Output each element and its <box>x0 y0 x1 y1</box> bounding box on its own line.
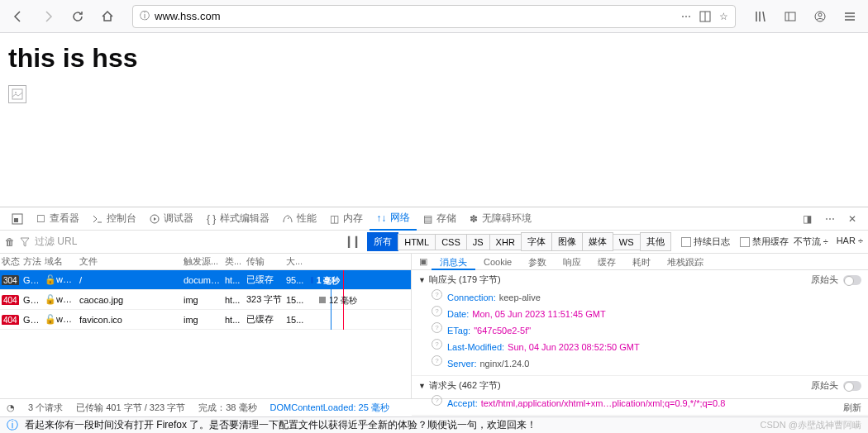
perf-icon[interactable]: ◔ <box>7 402 15 413</box>
tab-network[interactable]: ↑↓ 网络 <box>370 207 417 231</box>
details-tab-timings[interactable]: 耗时 <box>624 254 659 270</box>
header-row: ?Accept:text/html,application/xhtml+xm…p… <box>432 395 861 412</box>
svg-point-5 <box>15 92 17 93</box>
tab-inspector[interactable]: ☐ 查看器 <box>30 207 86 231</box>
footer-notification: ⓘ 看起来你有一段时间没有打开 Firefox 了。是否要清理一下配置文件以获得… <box>0 416 868 433</box>
url-bar[interactable]: ⓘ www.hss.com ⋯ ☆ <box>132 5 736 28</box>
header-row: ?Server:nginx/1.24.0 <box>432 355 861 372</box>
page-content: this is hss <box>0 33 868 202</box>
filter-ws[interactable]: WS <box>613 234 641 250</box>
request-list-header: 状态 方法 域名 文件 触发源... 类... 传输 大... 0 毫秒 | 8… <box>0 254 411 270</box>
persist-logs-checkbox[interactable]: 持续日志 <box>681 236 730 248</box>
har-select[interactable]: HAR ÷ <box>837 236 863 248</box>
details-tab-response[interactable]: 响应 <box>555 254 589 270</box>
tab-storage[interactable]: ▤ 存储 <box>417 207 463 231</box>
reader-icon[interactable] <box>699 11 711 22</box>
header-row: ?ETag:"647c50e2-5f" <box>432 322 861 339</box>
filter-xhr[interactable]: XHR <box>489 234 522 250</box>
details-tab-stack[interactable]: 堆栈跟踪 <box>659 254 712 270</box>
reload-button[interactable] <box>66 5 89 28</box>
request-row[interactable]: 404GET🔓ww...caocao.jpgimght...323 字节15..… <box>0 290 411 310</box>
request-row[interactable]: 404GET🔓ww...favicon.icoimght...已缓存15... <box>0 310 411 330</box>
clear-icon[interactable]: 🗑 <box>5 236 15 248</box>
filter-fonts[interactable]: 字体 <box>521 232 552 251</box>
watermark: CSDN @赤壁战神曹阿瞒 <box>761 419 861 431</box>
disable-cache-checkbox[interactable]: 禁用缓存 <box>740 236 789 248</box>
filter-media[interactable]: 媒体 <box>582 232 613 251</box>
tab-memory[interactable]: ◫ 内存 <box>323 207 370 231</box>
request-headers-section: ▼ 请求头 (462 字节) 原始头 ?Accept:text/html,app… <box>412 376 868 416</box>
filter-bar: 🗑 过滤 URL ▎▎ 所有 HTML CSS JS XHR 字体 图像 媒体 … <box>0 231 868 254</box>
page-heading: this is hss <box>8 43 860 74</box>
details-tab-headers[interactable]: 消息头 <box>432 254 475 270</box>
tab-style-editor[interactable]: { } 样式编辑器 <box>200 207 276 231</box>
details-tab-cookie[interactable]: Cookie <box>475 254 520 270</box>
svg-rect-7 <box>14 218 18 222</box>
filter-js[interactable]: JS <box>466 234 490 250</box>
request-list: 状态 方法 域名 文件 触发源... 类... 传输 大... 0 毫秒 | 8… <box>0 254 412 398</box>
header-row: ?Last-Modified:Sun, 04 Jun 2023 08:52:50… <box>432 339 861 355</box>
chevron-down-icon: ▼ <box>418 276 426 284</box>
info-icon: ⓘ <box>7 418 18 433</box>
footer-message: 看起来你有一段时间没有打开 Firefox 了。是否要清理一下配置文件以获得近乎… <box>25 418 537 432</box>
home-button[interactable] <box>96 5 119 28</box>
dock-side-icon[interactable]: ◨ <box>796 207 818 231</box>
devtools-close-icon[interactable]: ✕ <box>842 207 863 231</box>
library-icon[interactable] <box>749 5 772 28</box>
svg-rect-1 <box>785 12 795 21</box>
sidebar-icon[interactable] <box>779 5 802 28</box>
more-icon[interactable]: ⋯ <box>681 11 691 22</box>
menu-icon[interactable] <box>838 5 861 28</box>
throttle-select[interactable]: 不节流 ÷ <box>794 236 828 248</box>
iframe-picker-icon[interactable] <box>5 207 30 231</box>
raw-toggle[interactable] <box>843 275 861 285</box>
broken-image-icon <box>8 85 26 103</box>
devtools-tab-bar: ☐ 查看器 控制台 调试器 { } 样式编辑器 性能 ◫ 内存 ↑↓ 网络 ▤ … <box>0 207 868 231</box>
tab-debugger[interactable]: 调试器 <box>143 207 200 231</box>
filter-css[interactable]: CSS <box>435 234 467 250</box>
details-tabs: ▣ 消息头 Cookie 参数 响应 缓存 耗时 堆栈跟踪 <box>412 254 868 270</box>
tab-performance[interactable]: 性能 <box>276 207 323 231</box>
details-panel: ▣ 消息头 Cookie 参数 响应 缓存 耗时 堆栈跟踪 ▼ 响应头 (179… <box>412 254 868 398</box>
tab-console[interactable]: 控制台 <box>86 207 143 231</box>
tab-accessibility[interactable]: ✽ 无障碍环境 <box>463 207 538 231</box>
star-icon[interactable]: ☆ <box>719 11 728 22</box>
svg-point-3 <box>818 13 822 17</box>
back-button[interactable] <box>7 5 30 28</box>
forward-button[interactable] <box>36 5 60 28</box>
browser-toolbar: ⓘ www.hss.com ⋯ ☆ <box>0 0 868 33</box>
request-row[interactable]: 304GET🔓ww.../docume...ht...已缓存95...1 毫秒 <box>0 270 411 290</box>
url-text: www.hss.com <box>155 10 676 22</box>
filter-all[interactable]: 所有 <box>367 232 398 251</box>
devtools: ☐ 查看器 控制台 调试器 { } 样式编辑器 性能 ◫ 内存 ↑↓ 网络 ▤ … <box>0 207 868 416</box>
raw-toggle[interactable] <box>843 381 861 391</box>
account-icon[interactable] <box>808 5 832 28</box>
details-tab-cache[interactable]: 缓存 <box>589 254 624 270</box>
devtools-more-icon[interactable]: ⋯ <box>818 207 842 231</box>
pause-icon[interactable]: ▎▎ <box>348 236 363 248</box>
filter-html[interactable]: HTML <box>398 234 436 250</box>
header-row: ?Connection:keep-alive <box>432 289 861 306</box>
chevron-down-icon: ▼ <box>418 382 426 390</box>
filter-images[interactable]: 图像 <box>551 232 583 251</box>
info-icon: ⓘ <box>140 9 150 23</box>
toggle-sidebar-icon[interactable]: ▣ <box>415 256 432 267</box>
details-tab-params[interactable]: 参数 <box>520 254 555 270</box>
filter-other[interactable]: 其他 <box>640 232 671 251</box>
header-row: ?Date:Mon, 05 Jun 2023 11:51:45 GMT <box>432 306 861 322</box>
response-headers-section: ▼ 响应头 (179 字节) 原始头 ?Connection:keep-aliv… <box>412 270 868 376</box>
filter-input[interactable]: 过滤 URL <box>20 235 276 249</box>
type-filters: 所有 HTML CSS JS XHR 字体 图像 媒体 WS 其他 <box>368 232 670 251</box>
